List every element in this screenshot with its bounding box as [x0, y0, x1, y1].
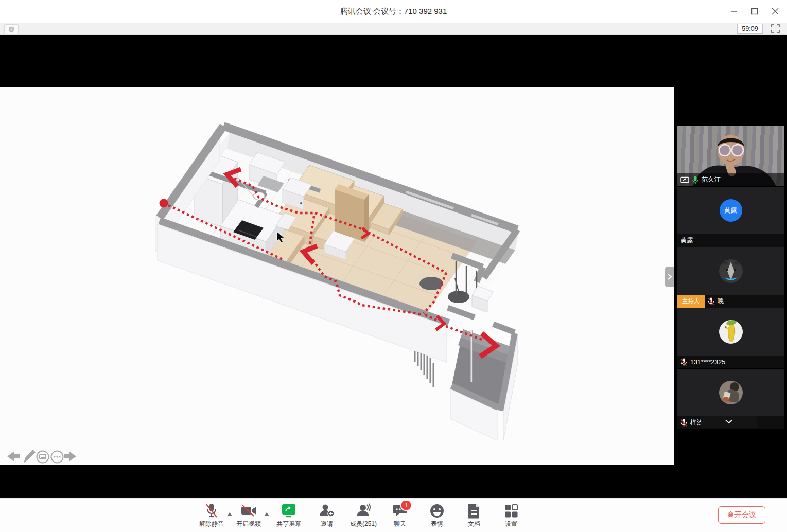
path-start-dot — [160, 199, 168, 208]
screen-share-icon — [680, 176, 689, 184]
participant-name: 黄露 — [680, 236, 693, 245]
document-label: 文档 — [468, 520, 480, 528]
members-label: 成员(251) — [350, 520, 377, 528]
tencent-meeting-window: 腾讯会议 会议号：710 392 931 59:09 — [0, 0, 787, 532]
floorplan-share-image — [0, 87, 674, 465]
mic-muted-icon — [680, 358, 687, 366]
invite-icon — [319, 503, 335, 519]
participant-name: 范久江 — [702, 175, 721, 184]
video-options-caret[interactable] — [264, 509, 269, 518]
sidebar-expand-tab[interactable] — [665, 267, 674, 287]
invite-label: 邀请 — [321, 520, 333, 528]
caret-up-icon — [227, 512, 232, 516]
start-video-button[interactable]: 开启视频 — [232, 503, 265, 528]
avatar-cartoon-photo — [718, 318, 744, 345]
window-title: 腾讯会议 会议号：710 392 931 — [0, 0, 787, 23]
security-shield-icon[interactable] — [4, 24, 19, 34]
sidebar-collapse-button[interactable] — [701, 416, 757, 428]
start-video-label: 开启视频 — [236, 520, 261, 528]
chat-label: 聊天 — [394, 520, 406, 528]
forward-arrow-icon[interactable] — [64, 451, 76, 462]
members-button[interactable]: 成员(251) — [347, 503, 380, 528]
share-screen-label: 共享屏幕 — [276, 520, 301, 528]
mic-muted-icon — [680, 419, 687, 427]
participant-tile[interactable]: 主持人 晚 — [677, 247, 784, 308]
participant-sidebar: 范久江 黄露 黄露 — [677, 126, 784, 430]
avatar-cat-photo — [718, 258, 744, 285]
share-screen-icon — [281, 503, 297, 519]
meeting-statusbar: 59:09 — [0, 23, 787, 35]
unmute-button[interactable]: 解除静音 — [195, 503, 228, 528]
participant-namebar: 范久江 — [677, 173, 784, 186]
camera-off-icon — [240, 503, 257, 519]
document-icon — [467, 503, 481, 519]
meeting-timer: 59:09 — [737, 24, 763, 34]
members-icon — [355, 503, 372, 519]
wood-wardrobe-panel — [335, 184, 369, 242]
window-controls — [727, 0, 782, 23]
chat-badge: 1 — [400, 500, 412, 511]
mic-muted-icon — [205, 503, 218, 519]
share-screen-button[interactable]: 共享屏幕 — [272, 503, 305, 528]
avatar-child-photo — [718, 379, 744, 406]
close-icon[interactable] — [768, 5, 782, 18]
participant-name: 晚 — [718, 297, 724, 306]
titlebar: 腾讯会议 会议号：710 392 931 — [0, 0, 787, 23]
host-badge: 主持人 — [677, 295, 705, 308]
chevron-down-icon — [725, 419, 733, 424]
participant-tile[interactable]: 黄露 黄露 — [677, 187, 784, 247]
emoji-label: 表情 — [431, 520, 443, 528]
settings-button[interactable]: 设置 — [495, 503, 528, 528]
emoji-icon — [429, 503, 445, 519]
shared-screen-canvas — [0, 87, 674, 465]
participant-tile-video[interactable]: 范久江 — [677, 126, 784, 186]
leave-meeting-button[interactable]: 离开会议 — [718, 506, 765, 524]
caret-up-icon — [264, 512, 269, 516]
chat-button[interactable]: 1 聊天 — [383, 503, 416, 528]
participant-namebar: 主持人 晚 — [677, 295, 784, 308]
mic-muted-icon — [708, 297, 714, 306]
avatar-initials: 黄露 — [720, 199, 742, 222]
unmute-label: 解除静音 — [199, 520, 224, 528]
stage: 范久江 黄露 黄露 — [0, 35, 787, 498]
chevron-right-icon — [667, 273, 672, 280]
participant-name: 131****2325 — [690, 359, 725, 366]
whiteboard-icon[interactable] — [37, 451, 49, 463]
participant-tile[interactable]: 131****2325 — [677, 308, 784, 368]
pencil-icon[interactable] — [23, 450, 36, 464]
more-dots-icon[interactable] — [51, 451, 63, 463]
maximize-icon[interactable] — [748, 5, 761, 18]
meeting-controlbar: 解除静音 开启视频 — [0, 498, 787, 532]
audio-options-caret[interactable] — [227, 509, 232, 518]
document-button[interactable]: 文档 — [458, 503, 491, 528]
back-arrow-icon[interactable] — [7, 451, 20, 462]
invite-button[interactable]: 邀请 — [310, 503, 343, 528]
fullscreen-icon[interactable] — [771, 24, 780, 33]
mic-on-icon — [692, 176, 698, 184]
settings-icon — [504, 503, 518, 519]
settings-label: 设置 — [505, 520, 517, 528]
annotation-toolbar — [3, 447, 80, 466]
participant-namebar: 131****2325 — [677, 356, 784, 368]
emoji-button[interactable]: 表情 — [421, 503, 453, 528]
participant-namebar: 黄露 — [677, 234, 784, 247]
minimize-icon[interactable] — [727, 5, 741, 18]
